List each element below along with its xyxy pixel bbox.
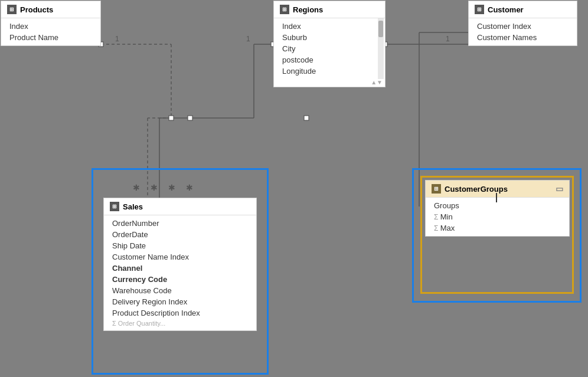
svg-text:1: 1	[446, 35, 450, 43]
table-row: Longitude	[274, 65, 385, 77]
table-row: Groups	[426, 200, 569, 211]
table-row: Customer Index	[469, 21, 577, 32]
table-row: Ship Date	[104, 240, 256, 251]
customer-table: ⊞ Customer Customer Index Customer Names	[468, 1, 577, 46]
collapse-icon[interactable]: ▭	[556, 184, 563, 194]
customergroups-table-title: CustomerGroups	[445, 185, 508, 194]
table-row: City	[274, 43, 385, 54]
table-row: Index	[274, 21, 385, 32]
sales-table-title: Sales	[123, 202, 143, 211]
svg-text:1: 1	[115, 35, 119, 43]
regions-table-header: ⊞ Regions	[274, 1, 385, 18]
table-row: Product Description Index	[104, 307, 256, 319]
table-row: postcode	[274, 54, 385, 65]
table-row: Min	[426, 211, 569, 222]
star-icon: ✱	[168, 183, 175, 192]
customer-table-title: Customer	[488, 5, 524, 14]
table-row: Channel	[104, 263, 256, 274]
sales-table-icon: ⊞	[110, 202, 119, 211]
products-table: ⊞ Products Index Product Name	[1, 1, 101, 46]
regions-table: ⊞ Regions Index Suburb City postcode Lon…	[273, 1, 386, 87]
customergroups-table-icon: ⊞	[432, 184, 441, 194]
table-row: Customer Names	[469, 32, 577, 43]
table-row: Suburb	[274, 32, 385, 43]
svg-rect-13	[169, 116, 174, 120]
table-row: Σ Order Quantity...	[104, 319, 256, 328]
customer-table-body: Customer Index Customer Names	[469, 18, 577, 45]
table-row: Customer Name Index	[104, 251, 256, 263]
regions-table-icon: ⊞	[280, 5, 289, 14]
table-row: OrderNumber	[104, 218, 256, 229]
svg-text:1: 1	[246, 35, 250, 43]
regions-table-title: Regions	[293, 5, 323, 14]
star-icon: ✱	[133, 183, 140, 192]
products-table-header: ⊞ Products	[1, 1, 100, 18]
sales-table-body: OrderNumber OrderDate Ship Date Customer…	[104, 215, 256, 330]
customergroups-table-header: ⊞ CustomerGroups ▭	[426, 181, 569, 198]
customer-table-icon: ⊞	[475, 5, 484, 14]
products-table-icon: ⊞	[7, 5, 17, 14]
star-icon: ✱	[151, 183, 158, 192]
products-table-body: Index Product Name	[1, 18, 100, 45]
table-row: Delivery Region Index	[104, 296, 256, 307]
star-icon: ✱	[186, 183, 193, 192]
sales-table-header: ⊞ Sales	[104, 198, 256, 215]
customergroups-table-body: Groups Min Max	[426, 198, 569, 236]
regions-table-body: Index Suburb City postcode Longitude	[274, 18, 385, 79]
svg-rect-14	[188, 116, 192, 120]
star-indicators: ✱ ✱ ✱ ✱	[133, 183, 193, 192]
customergroups-table: ⊞ CustomerGroups ▭ Groups Min Max	[425, 180, 570, 237]
products-table-title: Products	[20, 5, 53, 14]
svg-rect-17	[304, 116, 309, 120]
customer-table-header: ⊞ Customer	[469, 1, 577, 18]
table-row: Max	[426, 222, 569, 234]
table-row: Currency Code	[104, 274, 256, 285]
table-row: Warehouse Code	[104, 285, 256, 296]
table-row: OrderDate	[104, 229, 256, 240]
table-row: Index	[1, 21, 100, 32]
sales-table: ⊞ Sales OrderNumber OrderDate Ship Date …	[103, 198, 257, 331]
table-row: Product Name	[1, 32, 100, 43]
